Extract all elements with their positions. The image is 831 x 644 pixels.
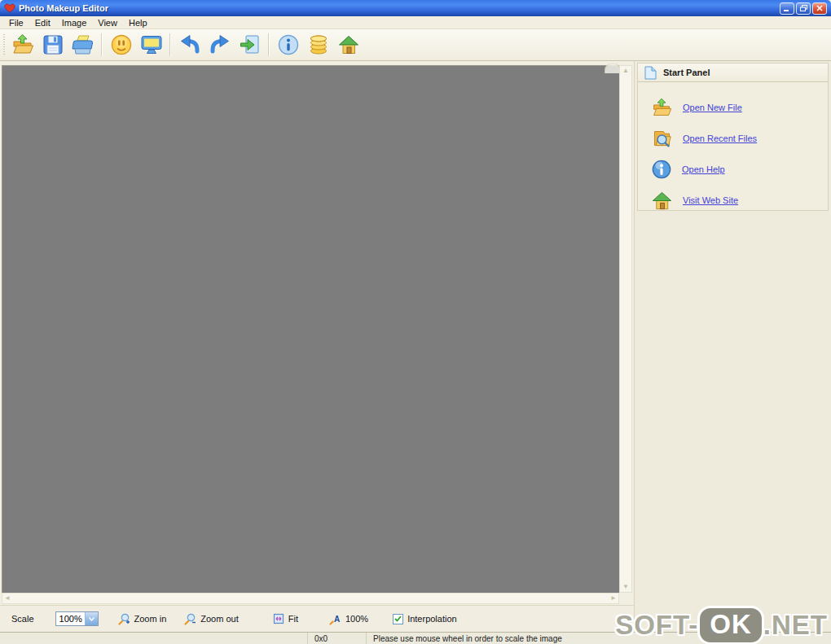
scroll-left-icon: ◄ xyxy=(4,595,11,602)
horizontal-scrollbar[interactable]: ◄ ► xyxy=(2,593,619,604)
watermark-badge: OK xyxy=(700,608,762,642)
export-image-button[interactable] xyxy=(235,31,265,59)
zoom-100-button[interactable]: A 100% xyxy=(329,613,368,625)
info-button[interactable] xyxy=(273,31,303,59)
visit-web-site-label[interactable]: Visit Web Site xyxy=(683,195,738,205)
start-panel: Start Panel Open New File xyxy=(637,63,829,211)
zoom-100-icon: A xyxy=(329,613,341,625)
home-website-button[interactable] xyxy=(333,31,363,59)
status-empty-cell xyxy=(0,633,308,644)
toolbar-separator xyxy=(268,33,270,56)
redo-button[interactable] xyxy=(204,31,235,59)
print-button[interactable] xyxy=(68,31,98,59)
menu-help[interactable]: Help xyxy=(123,18,153,28)
fit-icon xyxy=(273,613,284,624)
zoom-toolbar: Scale 100% Zoom in xyxy=(0,605,634,632)
start-panel-header: Start Panel xyxy=(638,64,828,82)
zoom-100-label: 100% xyxy=(345,614,368,624)
zoom-out-icon xyxy=(184,613,196,625)
zoom-out-button[interactable]: Zoom out xyxy=(184,613,238,625)
scale-value: 100% xyxy=(56,612,85,625)
window-title: Photo Makeup Editor xyxy=(19,3,780,13)
open-help-icon xyxy=(651,159,672,180)
open-file-button[interactable] xyxy=(7,31,37,59)
watermark-prefix: SOFT- xyxy=(615,610,698,641)
vertical-scrollbar[interactable]: ▲ ▼ xyxy=(619,65,632,593)
monitor-icon xyxy=(139,33,164,56)
watermark-suffix: .NET xyxy=(763,610,828,641)
zoom-in-button[interactable]: Zoom in xyxy=(118,613,167,625)
scroll-down-icon: ▼ xyxy=(622,584,629,590)
softok-watermark: SOFT- OK .NET xyxy=(615,608,828,642)
minimize-button[interactable] xyxy=(780,2,794,15)
menu-view[interactable]: View xyxy=(92,18,123,28)
scroll-up-icon: ▲ xyxy=(622,68,629,74)
interpolation-checkbox[interactable] xyxy=(393,614,403,624)
interpolation-label: Interpolation xyxy=(407,614,457,624)
scale-combobox[interactable]: 100% xyxy=(55,611,99,626)
interpolation-toggle[interactable]: Interpolation xyxy=(393,614,457,624)
buy-coins-button[interactable] xyxy=(303,31,333,59)
app-logo-heart-icon xyxy=(4,3,15,13)
makeup-smiley-button[interactable] xyxy=(106,31,136,59)
home-icon xyxy=(337,33,360,56)
fit-label: Fit xyxy=(288,614,298,624)
open-new-file-label[interactable]: Open New File xyxy=(683,103,742,112)
panel-collapse-tab[interactable] xyxy=(605,64,621,73)
menu-image[interactable]: Image xyxy=(56,18,93,28)
zoom-out-label: Zoom out xyxy=(200,614,238,624)
toolbar-separator xyxy=(101,33,103,56)
open-recent-files-link[interactable]: Open Recent Files xyxy=(651,123,828,154)
save-button[interactable] xyxy=(37,31,68,59)
smiley-face-icon xyxy=(110,33,133,56)
page-icon xyxy=(644,66,657,80)
toolbar-grip xyxy=(2,34,7,55)
fit-button[interactable]: Fit xyxy=(273,613,298,624)
scroll-right-icon: ► xyxy=(610,595,617,602)
open-help-link[interactable]: Open Help xyxy=(651,154,828,185)
status-dimensions: 0x0 xyxy=(308,633,367,644)
visit-web-site-icon xyxy=(651,190,673,212)
main-toolbar xyxy=(0,29,831,61)
workspace: ▲ ▼ ◄ ► xyxy=(0,61,634,605)
image-canvas[interactable] xyxy=(2,65,619,593)
open-folder-icon xyxy=(11,33,35,57)
title-bar: Photo Makeup Editor xyxy=(0,0,831,16)
open-new-file-link[interactable]: Open New File xyxy=(651,92,828,123)
open-recent-files-label[interactable]: Open Recent Files xyxy=(683,134,757,143)
menu-bar: File Edit Image View Help xyxy=(0,16,831,29)
start-panel-title: Start Panel xyxy=(663,68,710,77)
export-document-icon xyxy=(239,33,262,56)
undo-arrow-icon xyxy=(178,33,201,56)
display-preview-button[interactable] xyxy=(136,31,166,59)
undo-button[interactable] xyxy=(174,31,204,59)
toolbar-separator xyxy=(169,33,171,56)
zoom-in-icon xyxy=(118,613,130,625)
visit-web-site-link[interactable]: Visit Web Site xyxy=(651,185,828,216)
menu-edit[interactable]: Edit xyxy=(29,18,56,28)
open-recent-files-icon xyxy=(651,128,673,150)
menu-file[interactable]: File xyxy=(3,18,29,28)
scale-label: Scale xyxy=(11,614,34,624)
floppy-disk-icon xyxy=(42,33,64,56)
redo-arrow-icon xyxy=(209,33,231,56)
open-help-label[interactable]: Open Help xyxy=(682,164,725,174)
open-new-file-icon xyxy=(651,97,673,119)
start-panel-links: Open New File Open Recent Files xyxy=(638,82,828,216)
close-button[interactable] xyxy=(812,2,827,15)
scale-dropdown-button[interactable] xyxy=(85,612,98,625)
coins-icon xyxy=(307,33,330,56)
zoom-in-label: Zoom in xyxy=(134,614,167,624)
restore-button[interactable] xyxy=(796,2,811,15)
info-icon xyxy=(277,33,300,56)
side-panel: Start Panel Open New File xyxy=(634,61,831,632)
printer-icon xyxy=(71,33,95,56)
app-window: Photo Makeup Editor File Edit Image View… xyxy=(0,0,831,644)
svg-text:A: A xyxy=(334,615,340,624)
